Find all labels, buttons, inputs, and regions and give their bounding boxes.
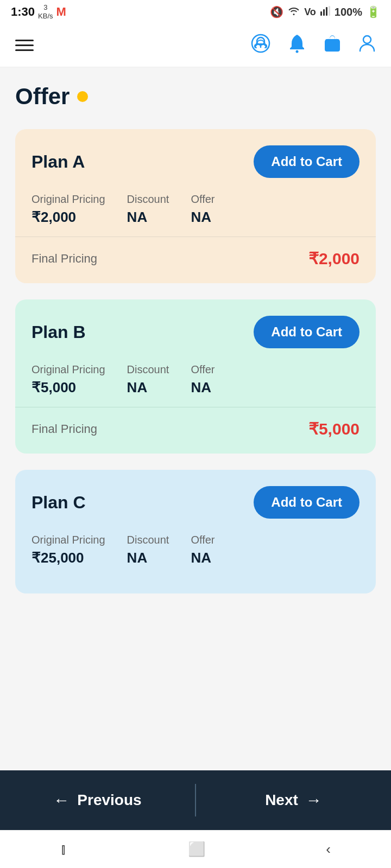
plan-a-final-value: ₹2,000 — [308, 249, 360, 268]
nav-icons — [251, 34, 376, 57]
plan-a-discount: Discount NA — [127, 193, 169, 226]
plan-b-original-label: Original Pricing — [31, 363, 105, 376]
bottom-nav: ← Previous Next → — [0, 770, 391, 830]
plan-a-pricing-row: Original Pricing ₹2,000 Discount NA Offe… — [31, 193, 360, 226]
plan-card-b: Plan B Add to Cart Original Pricing ₹5,0… — [15, 299, 376, 454]
plan-a-offer-label: Offer — [191, 193, 215, 206]
previous-arrow-icon: ← — [53, 791, 70, 809]
plan-b-offer-label: Offer — [191, 363, 215, 376]
plan-c-pricing-row: Original Pricing ₹25,000 Discount NA Off… — [31, 534, 360, 566]
title-dot — [77, 91, 88, 102]
plan-b-final-row: Final Pricing ₹5,000 — [31, 407, 360, 454]
plan-b-offer: Offer NA — [191, 363, 215, 396]
previous-button[interactable]: ← Previous — [0, 770, 195, 830]
svg-point-10 — [363, 36, 371, 43]
plan-a-original: Original Pricing ₹2,000 — [31, 193, 105, 226]
kb-label: 3KB/s — [38, 3, 53, 20]
svg-rect-2 — [326, 7, 327, 16]
plan-c-offer-label: Offer — [191, 534, 215, 546]
plan-a-final-row: Final Pricing ₹2,000 — [31, 237, 360, 283]
status-icons: 🔇 Vo 100% 🔋 — [270, 5, 380, 18]
next-arrow-icon: → — [306, 791, 322, 809]
plan-a-divider — [15, 237, 376, 237]
android-home-button[interactable]: ⬜ — [188, 841, 205, 858]
page-content: Offer Plan A Add to Cart Original Pricin… — [0, 67, 391, 770]
plan-c-original: Original Pricing ₹25,000 — [31, 534, 105, 566]
plan-c-header: Plan C Add to Cart — [31, 486, 360, 519]
svg-point-6 — [296, 50, 299, 53]
time-label: 1:30 — [11, 5, 35, 19]
plan-c-name: Plan C — [31, 493, 86, 513]
signal-bars — [320, 6, 330, 18]
plan-c-discount-value: NA — [127, 550, 169, 566]
wifi-icon — [288, 6, 300, 18]
battery-icon: 🔋 — [367, 5, 380, 18]
svg-rect-1 — [323, 9, 325, 16]
plan-b-header: Plan B Add to Cart — [31, 316, 360, 348]
plan-c-discount-label: Discount — [127, 534, 169, 546]
status-bar: 1:30 3KB/s M 🔇 Vo 100% 🔋 — [0, 0, 391, 24]
plan-c-original-label: Original Pricing — [31, 534, 105, 546]
plan-b-divider — [15, 407, 376, 407]
next-button[interactable]: Next → — [196, 770, 391, 830]
plan-a-discount-label: Discount — [127, 193, 169, 206]
page-title-row: Offer — [15, 84, 376, 110]
plan-b-original: Original Pricing ₹5,000 — [31, 363, 105, 396]
plan-b-final-value: ₹5,000 — [308, 419, 360, 438]
plan-a-original-label: Original Pricing — [31, 193, 105, 206]
plan-b-add-to-cart[interactable]: Add to Cart — [254, 316, 360, 348]
plan-c-offer: Offer NA — [191, 534, 215, 566]
plan-b-name: Plan B — [31, 322, 86, 342]
plan-a-discount-value: NA — [127, 209, 169, 226]
cart-icon[interactable] — [324, 34, 341, 57]
status-time: 1:30 3KB/s M — [11, 3, 66, 20]
plan-a-add-to-cart[interactable]: Add to Cart — [254, 145, 360, 178]
battery-label: 100% — [335, 6, 362, 18]
android-nav-bar: ⫿ ⬜ ‹ — [0, 830, 391, 868]
signal-icon: Vo — [304, 7, 316, 18]
gmail-icon: M — [56, 5, 66, 19]
svg-rect-3 — [329, 6, 330, 16]
plan-b-discount: Discount NA — [127, 363, 169, 396]
next-label: Next — [265, 792, 298, 809]
plan-b-discount-label: Discount — [127, 363, 169, 376]
previous-label: Previous — [77, 792, 141, 809]
support-icon[interactable] — [251, 34, 270, 57]
android-recents-button[interactable]: ⫿ — [60, 841, 67, 858]
plan-a-offer-value: NA — [191, 209, 215, 226]
svg-rect-0 — [320, 11, 322, 16]
plan-a-final-label: Final Pricing — [31, 252, 97, 266]
plan-card-a: Plan A Add to Cart Original Pricing ₹2,0… — [15, 129, 376, 283]
plan-card-c: Plan C Add to Cart Original Pricing ₹25,… — [15, 470, 376, 593]
plan-a-header: Plan A Add to Cart — [31, 145, 360, 178]
hamburger-menu[interactable] — [15, 40, 34, 51]
plan-c-original-value: ₹25,000 — [31, 550, 105, 566]
svg-rect-9 — [325, 39, 339, 50]
plan-a-offer: Offer NA — [191, 193, 215, 226]
plan-c-offer-value: NA — [191, 550, 215, 566]
profile-icon[interactable] — [358, 34, 376, 57]
plan-b-offer-value: NA — [191, 379, 215, 396]
page-title: Offer — [15, 84, 70, 110]
mute-icon: 🔇 — [270, 5, 283, 18]
plan-c-add-to-cart[interactable]: Add to Cart — [254, 486, 360, 519]
plan-b-discount-value: NA — [127, 379, 169, 396]
top-nav — [0, 24, 391, 67]
plan-a-original-value: ₹2,000 — [31, 209, 105, 226]
android-back-button[interactable]: ‹ — [326, 841, 331, 858]
plan-b-final-label: Final Pricing — [31, 422, 97, 436]
plan-a-name: Plan A — [31, 152, 85, 172]
plan-b-pricing-row: Original Pricing ₹5,000 Discount NA Offe… — [31, 363, 360, 396]
notification-icon[interactable] — [288, 34, 306, 57]
plan-c-discount: Discount NA — [127, 534, 169, 566]
plan-b-original-value: ₹5,000 — [31, 379, 105, 396]
